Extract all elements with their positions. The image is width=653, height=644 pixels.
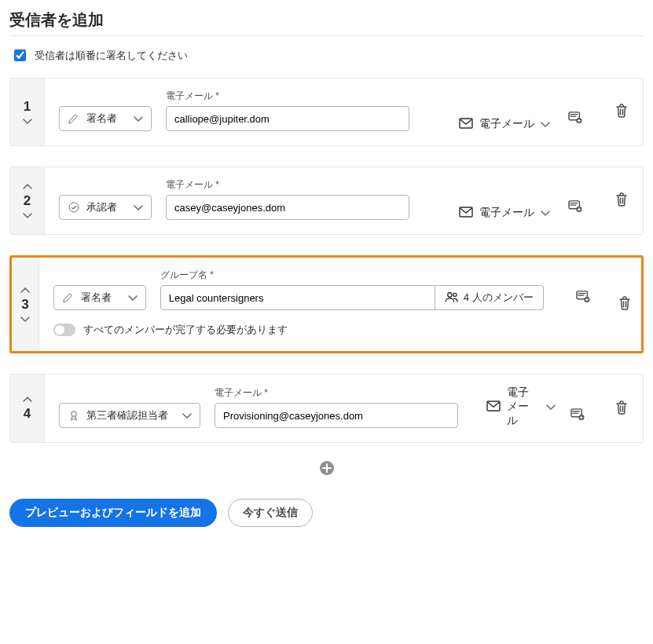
order-number: 4 (24, 406, 31, 422)
chevron-down-icon (541, 210, 550, 216)
sign-in-order-row[interactable]: 受信者は順番に署名してください (11, 47, 644, 64)
recipient-row: 4第三者確認担当者電子メール *電子メール (9, 374, 644, 443)
message-plus-icon (568, 112, 582, 126)
chevron-down-icon (134, 204, 143, 210)
sign-in-order-label: 受信者は順番に署名してください (35, 49, 188, 63)
trash-icon (615, 108, 628, 120)
plus-circle-icon (319, 460, 335, 476)
svg-point-8 (453, 293, 457, 296)
check-circle-icon (68, 201, 80, 214)
page-title: 受信者を追加 (9, 9, 644, 36)
order-column: 1 (10, 79, 45, 145)
move-up-button[interactable] (21, 395, 34, 404)
order-column: 3 (12, 258, 39, 351)
email-input[interactable] (166, 106, 409, 131)
email-label: 電子メール * (215, 386, 458, 400)
delivery-method-select[interactable]: 電子メール (459, 206, 550, 220)
move-up-button[interactable] (19, 286, 31, 295)
ribbon-icon (68, 409, 80, 422)
delete-recipient-button[interactable] (615, 104, 628, 120)
message-plus-icon (568, 200, 582, 215)
chevron-down-icon (128, 295, 138, 301)
chevron-down-icon (182, 412, 192, 419)
private-message-button[interactable] (564, 195, 586, 220)
pen-icon (62, 291, 75, 304)
group-name-label: グループ名 * (160, 269, 544, 282)
role-label: 第三者確認担当者 (86, 408, 168, 423)
recipient-body: 署名者電子メール *電子メール (45, 79, 600, 145)
delivery-method-label: 電子メール (479, 206, 534, 220)
order-number: 1 (24, 99, 31, 115)
people-icon (445, 291, 459, 305)
trash-icon (618, 301, 631, 313)
pen-icon (68, 112, 80, 125)
recipient-row: 1署名者電子メール *電子メール (9, 78, 644, 146)
move-down-button[interactable] (21, 116, 34, 126)
email-label: 電子メール * (166, 90, 409, 103)
role-select[interactable]: 第三者確認担当者 (59, 403, 200, 428)
order-number: 2 (24, 193, 31, 209)
delivery-method-label: 電子メール (479, 117, 534, 131)
role-label: 承認者 (86, 200, 117, 214)
role-select[interactable]: 署名者 (59, 106, 152, 131)
delete-recipient-button[interactable] (618, 296, 631, 313)
recipient-row: 2承認者電子メール *電子メール (9, 166, 644, 235)
envelope-icon (459, 118, 473, 131)
recipient-body: 第三者確認担当者電子メール *電子メール (45, 375, 600, 442)
chevron-down-icon (546, 404, 556, 410)
all-members-complete-label: すべてのメンバーが完了する必要があります (83, 323, 288, 337)
private-message-button[interactable] (564, 106, 586, 131)
move-down-button[interactable] (19, 314, 31, 324)
recipient-row: 3署名者グループ名 *4 人のメンバーすべてのメンバーが完了する必要があります (9, 255, 644, 353)
members-count-label: 4 人のメンバー (464, 291, 534, 305)
delete-recipient-button[interactable] (615, 192, 628, 209)
all-members-complete-toggle[interactable] (53, 324, 75, 336)
chevron-down-icon (134, 115, 143, 122)
envelope-icon (486, 401, 501, 414)
move-up-button[interactable] (21, 182, 34, 192)
recipient-body: 承認者電子メール *電子メール (45, 167, 600, 234)
members-button[interactable]: 4 人のメンバー (435, 285, 544, 310)
email-input[interactable] (166, 195, 409, 220)
envelope-icon (459, 207, 473, 220)
role-label: 署名者 (86, 112, 117, 126)
message-plus-icon (570, 408, 585, 423)
order-column: 2 (10, 167, 45, 234)
delivery-method-select[interactable]: 電子メール (459, 117, 550, 131)
email-input[interactable] (215, 403, 458, 428)
svg-point-11 (72, 412, 77, 417)
private-message-button[interactable] (572, 285, 594, 310)
role-select[interactable]: 署名者 (53, 285, 146, 310)
trash-icon (615, 197, 628, 209)
svg-point-3 (69, 203, 79, 212)
order-number: 3 (21, 297, 28, 313)
private-message-button[interactable] (570, 403, 586, 428)
order-column: 4 (10, 375, 45, 442)
delivery-method-label: 電子メール (507, 386, 540, 428)
send-now-button[interactable]: 今すぐ送信 (228, 499, 313, 527)
svg-point-7 (448, 292, 452, 296)
move-down-button[interactable] (21, 210, 34, 220)
email-label: 電子メール * (166, 178, 409, 192)
message-plus-icon (576, 291, 590, 306)
add-recipient-button[interactable] (319, 460, 335, 478)
sign-in-order-checkbox[interactable] (14, 49, 26, 61)
role-select[interactable]: 承認者 (59, 195, 152, 220)
group-name-input[interactable] (160, 285, 435, 310)
delivery-method-select[interactable]: 電子メール (486, 386, 556, 428)
role-label: 署名者 (81, 291, 112, 305)
trash-icon (615, 405, 628, 417)
chevron-down-icon (541, 121, 550, 127)
delete-recipient-button[interactable] (615, 401, 628, 417)
recipient-body: 署名者グループ名 *4 人のメンバーすべてのメンバーが完了する必要があります (39, 258, 608, 351)
preview-and-add-fields-button[interactable]: プレビューおよびフィールドを追加 (9, 499, 217, 527)
